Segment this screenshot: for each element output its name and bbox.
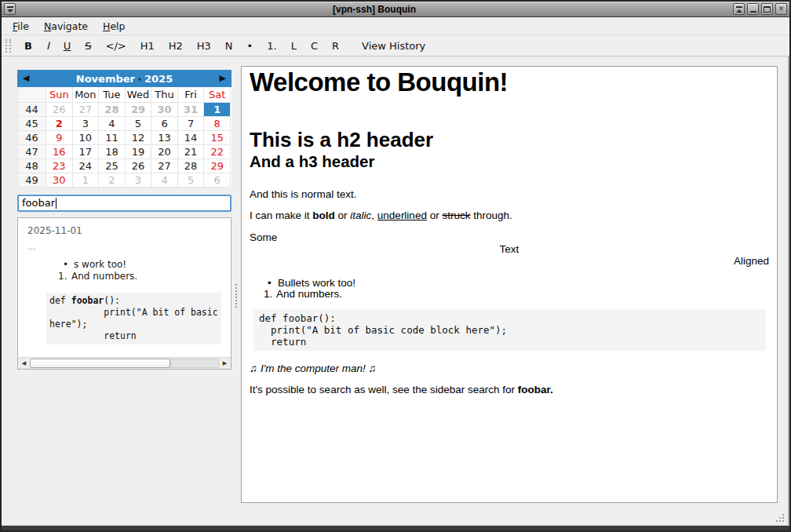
calendar-day-cell[interactable]: 12 — [125, 130, 151, 144]
menu-navigate[interactable]: Navigate — [44, 20, 88, 32]
toolbar-align-center-button[interactable]: C — [304, 38, 325, 54]
calendar-day-cell[interactable]: 29 — [125, 102, 151, 116]
calendar-day-cell[interactable]: 8 — [204, 116, 231, 130]
calendar-day-cell[interactable]: 30 — [151, 102, 178, 116]
calendar-day-cell[interactable]: 5 — [177, 173, 204, 187]
calendar-day-cell[interactable]: 24 — [72, 159, 99, 173]
toolbar-code-button[interactable]: </> — [99, 38, 133, 54]
calendar-day-cell[interactable]: 21 — [177, 144, 204, 159]
calendar-day-cell[interactable]: 23 — [46, 159, 73, 173]
calendar-day-cell[interactable]: 26 — [125, 159, 151, 173]
right-aligned-paragraph: Aligned — [250, 256, 769, 267]
search-result-item[interactable]: 2025-11-01 … • s work too! 1. And number… — [18, 218, 231, 352]
editor[interactable]: Welcome to Bouquin! This is a h2 header … — [241, 66, 778, 503]
shade-button[interactable] — [733, 3, 745, 15]
calendar-dayname-sun: Sun — [46, 87, 73, 102]
calendar-month-label[interactable]: November — [76, 73, 135, 85]
result-ellipsis: … — [27, 242, 221, 252]
calendar-day-cell[interactable]: 30 — [46, 173, 73, 187]
titlebar[interactable]: [vpn-ssh] Bouquin ✕ — [2, 2, 789, 17]
calendar-day-cell[interactable]: 1 — [204, 102, 231, 116]
calendar-day-cell[interactable]: 18 — [99, 144, 126, 159]
calendar-day-cell[interactable]: 27 — [151, 159, 178, 173]
calendar-day-cell[interactable]: 4 — [99, 116, 126, 130]
calendar-day-cell[interactable]: 28 — [99, 102, 126, 116]
maximize-button[interactable] — [761, 3, 773, 15]
editor-rich-paragraph: I can make it bold or italic, underlined… — [250, 210, 769, 221]
result-bullet-text: s work too! — [74, 259, 126, 271]
bullet-icon: • — [63, 259, 74, 271]
toolbar-bold-button[interactable]: B — [17, 38, 39, 54]
scroll-right-arrow-icon[interactable]: ▶ — [219, 358, 231, 369]
plain-text: or — [427, 210, 443, 221]
calendar-day-cell[interactable]: 2 — [46, 116, 73, 130]
calendar-day-cell[interactable]: 27 — [72, 102, 99, 116]
calendar-day-cell[interactable]: 20 — [151, 144, 178, 159]
scroll-left-arrow-icon[interactable]: ◀ — [18, 358, 30, 369]
toolbar-align-left-button[interactable]: L — [284, 38, 304, 54]
toolbar-view-history-button[interactable]: View History — [355, 38, 432, 54]
calendar-year-label[interactable]: 2025 — [144, 73, 173, 85]
editor-paragraph: And this is normal text. — [250, 189, 769, 200]
toolbar-bullet-list-button[interactable]: • — [240, 38, 261, 54]
calendar-day-cell[interactable]: 28 — [177, 159, 204, 173]
calendar-day-cell[interactable]: 5 — [125, 116, 151, 130]
editor-h1: Welcome to Bouquin! — [250, 69, 769, 95]
calendar-prev-month-button[interactable]: ◀ — [23, 70, 29, 87]
scrollbar-thumb[interactable] — [30, 359, 170, 368]
resize-grip[interactable] — [774, 512, 784, 522]
calendar-day-cell[interactable]: 29 — [204, 159, 231, 173]
search-results-panel[interactable]: 2025-11-01 … • s work too! 1. And number… — [17, 217, 231, 370]
calendar-day-cell[interactable]: 1 — [72, 173, 99, 187]
menu-file[interactable]: File — [13, 20, 29, 32]
toolbar-grip-icon[interactable] — [5, 39, 11, 53]
calendar-day-cell[interactable]: 26 — [46, 102, 73, 116]
window-title: [vpn-ssh] Bouquin — [18, 4, 731, 15]
calendar-day-cell[interactable]: 2 — [99, 173, 126, 187]
calendar-day-cell[interactable]: 11 — [99, 130, 126, 144]
calendar-day-cell[interactable]: 7 — [177, 116, 204, 130]
window-frame-bottom — [2, 525, 789, 530]
calendar-day-cell[interactable]: 31 — [177, 102, 204, 116]
sidebar: ◀ November ▾ 2025 ▶ SunMonTueWedThuFriSa… — [17, 66, 231, 525]
calendar-day-cell[interactable]: 22 — [204, 144, 231, 159]
chevron-down-icon[interactable]: ▾ — [138, 76, 141, 85]
calendar-day-cell[interactable]: 16 — [46, 144, 73, 159]
editor-search-note: It's possible to search as well, see the… — [250, 384, 769, 395]
horizontal-scrollbar[interactable]: ◀ ▶ — [18, 357, 231, 369]
calendar-day-cell[interactable]: 3 — [125, 173, 151, 187]
calendar-day-cell[interactable]: 9 — [46, 130, 73, 144]
italic-text: italic — [350, 210, 371, 221]
search-input[interactable]: foobar — [17, 195, 231, 212]
result-date-link[interactable]: 2025-11-01 — [27, 225, 221, 236]
toolbar-numbered-list-button[interactable]: 1. — [260, 38, 283, 54]
menu-help[interactable]: Help — [103, 20, 126, 32]
calendar-day-cell[interactable]: 15 — [204, 130, 231, 144]
calendar-day-cell[interactable]: 17 — [72, 144, 99, 159]
calendar-day-cell[interactable]: 6 — [204, 173, 231, 187]
toolbar-heading1-button[interactable]: H1 — [133, 38, 162, 54]
sidebar-splitter[interactable] — [231, 66, 241, 525]
calendar-day-cell[interactable]: 25 — [99, 159, 126, 173]
toolbar-align-right-button[interactable]: R — [325, 38, 346, 54]
calendar-next-month-button[interactable]: ▶ — [220, 70, 226, 87]
calendar-day-cell[interactable]: 4 — [151, 173, 178, 187]
toolbar-italic-button[interactable]: I — [39, 38, 56, 54]
toolbar-heading3-button[interactable]: H3 — [190, 38, 218, 54]
scrollbar-track[interactable] — [170, 359, 219, 368]
toolbar-normal-text-button[interactable]: N — [218, 38, 240, 54]
calendar-day-cell[interactable]: 6 — [151, 116, 178, 130]
calendar-day-cell[interactable]: 13 — [151, 130, 178, 144]
calendar-day-cell[interactable]: 3 — [72, 116, 99, 130]
window-menu-button[interactable] — [4, 3, 16, 15]
toolbar-underline-button[interactable]: U — [56, 38, 78, 54]
minimize-button[interactable] — [747, 3, 759, 15]
toolbar-strikethrough-button[interactable]: S — [78, 38, 98, 54]
toolbar-heading2-button[interactable]: H2 — [162, 38, 190, 54]
close-button[interactable]: ✕ — [775, 3, 787, 15]
calendar-day-cell[interactable]: 10 — [72, 130, 99, 144]
calendar-day-cell[interactable]: 19 — [125, 144, 151, 159]
editor-h2: This is a h2 header — [250, 129, 769, 151]
calendar-day-cell[interactable]: 14 — [177, 130, 204, 144]
plain-text: or — [335, 210, 351, 221]
